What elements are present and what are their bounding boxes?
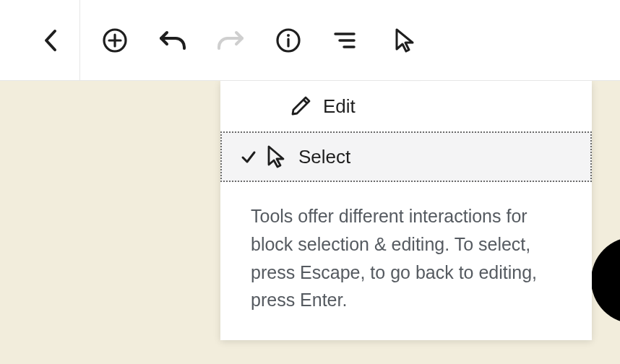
undo-icon [158, 28, 187, 53]
tool-selector-menu: Edit Select Tools offer different intera… [220, 81, 592, 340]
info-icon [275, 27, 301, 53]
cursor-icon [393, 27, 415, 53]
plus-circle-icon [102, 27, 128, 53]
redo-button[interactable] [202, 0, 259, 81]
add-block-button[interactable] [86, 0, 144, 81]
redo-icon [216, 28, 245, 53]
tool-selector-button[interactable] [375, 0, 433, 81]
tool-menu-help-text: Tools offer different interactions for b… [251, 202, 561, 314]
check-icon [241, 149, 265, 165]
tool-menu-item-edit[interactable]: Edit [220, 81, 592, 131]
chevron-left-icon [43, 28, 59, 53]
svg-point-4 [287, 34, 290, 37]
cursor-icon [265, 144, 298, 169]
menu-item-label: Edit [323, 95, 356, 118]
svg-line-9 [303, 100, 307, 103]
back-button[interactable] [22, 0, 79, 81]
floating-action-area [591, 237, 620, 324]
list-icon [334, 30, 358, 51]
undo-button[interactable] [144, 0, 202, 81]
list-view-button[interactable] [317, 0, 375, 81]
tool-menu-item-select[interactable]: Select [220, 131, 592, 182]
toolbar-separator [79, 0, 80, 81]
check-icon [241, 98, 265, 114]
pencil-icon [290, 95, 323, 117]
details-button[interactable] [259, 0, 317, 81]
editor-toolbar [0, 0, 620, 81]
menu-item-label: Select [298, 146, 350, 168]
